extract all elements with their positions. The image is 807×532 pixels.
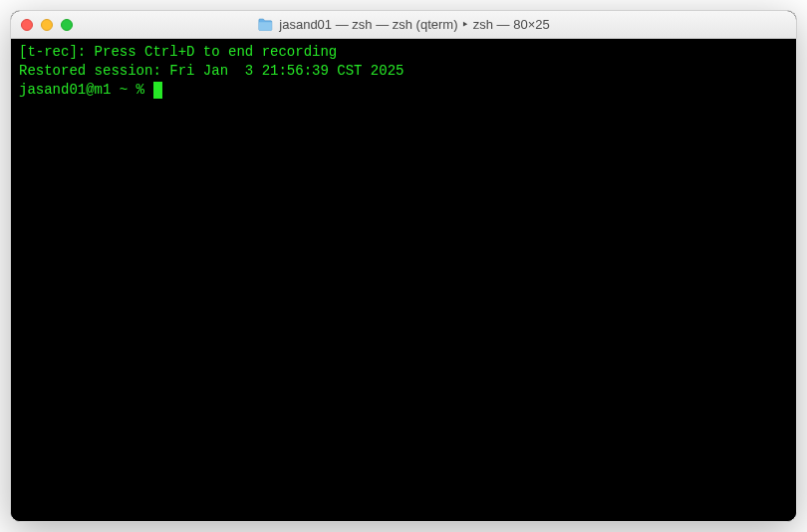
window-title: jasand01 — zsh — zsh (qterm) ‣ zsh — 80×… <box>279 17 549 32</box>
terminal-prompt-line: jasand01@m1 ~ % <box>19 81 788 100</box>
terminal-line: Restored session: Fri Jan 3 21:56:39 CST… <box>19 62 788 81</box>
minimize-button[interactable] <box>41 19 53 31</box>
terminal-window: jasand01 — zsh — zsh (qterm) ‣ zsh — 80×… <box>10 10 797 522</box>
window-controls <box>21 19 73 31</box>
maximize-button[interactable] <box>61 19 73 31</box>
terminal-content[interactable]: [t-rec]: Press Ctrl+D to end recording R… <box>11 39 796 521</box>
titlebar[interactable]: jasand01 — zsh — zsh (qterm) ‣ zsh — 80×… <box>11 11 796 39</box>
terminal-line: [t-rec]: Press Ctrl+D to end recording <box>19 43 788 62</box>
terminal-cursor <box>153 82 162 99</box>
window-title-container: jasand01 — zsh — zsh (qterm) ‣ zsh — 80×… <box>257 17 549 32</box>
folder-icon <box>257 18 273 32</box>
close-button[interactable] <box>21 19 33 31</box>
terminal-prompt: jasand01@m1 ~ % <box>19 81 152 100</box>
